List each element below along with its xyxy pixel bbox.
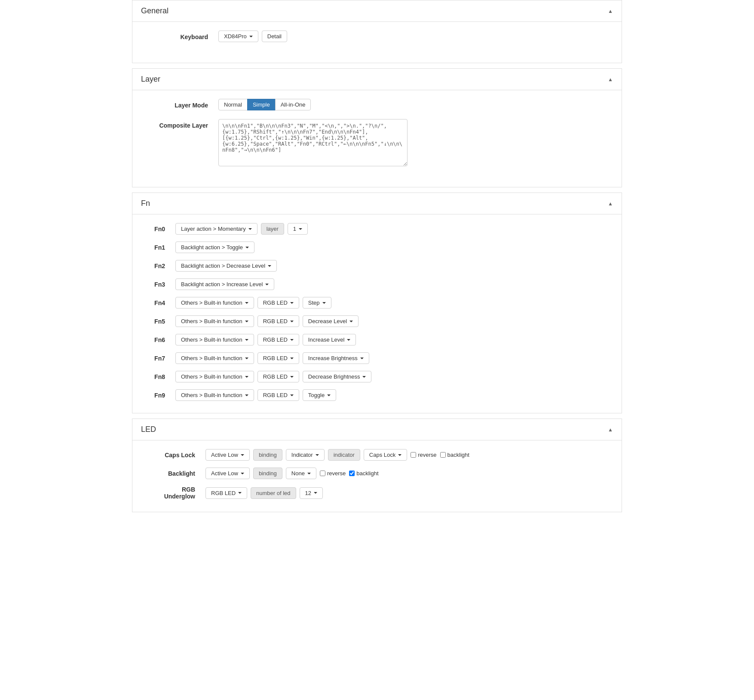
- backlight-binding-value[interactable]: None: [286, 468, 316, 479]
- general-content: Keyboard XD84Pro Detail: [132, 22, 622, 63]
- fn0-action-button[interactable]: Layer action > Momentary: [175, 223, 257, 235]
- fn4-extra2-caret: [322, 302, 326, 304]
- fn8-action-button[interactable]: Others > Built-in function: [175, 371, 254, 382]
- fn4-extra1-button[interactable]: RGB LED: [257, 297, 299, 309]
- fn7-extra1-caret: [290, 358, 294, 359]
- backlight-label: Backlight: [150, 470, 205, 477]
- keyboard-dropdown-button[interactable]: XD84Pro: [218, 31, 258, 42]
- fn2-action-button[interactable]: Backlight action > Decrease Level: [175, 260, 277, 272]
- fn2-action-caret: [268, 265, 271, 267]
- fn0-layer-value[interactable]: 1: [288, 223, 308, 235]
- fn8-extra1-caret: [290, 376, 294, 378]
- fn9-extra1-caret: [290, 394, 294, 396]
- caps-lock-backlight-checkbox[interactable]: [440, 452, 446, 458]
- layer-mode-row: Layer Mode Normal Simple All-in-One: [150, 99, 604, 110]
- layer-mode-normal[interactable]: Normal: [218, 99, 248, 110]
- fn0-label: Fn0: [150, 226, 175, 232]
- fn8-extra2-button[interactable]: Decrease Brightness: [303, 371, 372, 382]
- fn-header: Fn ▲: [132, 193, 622, 214]
- fn3-label: Fn3: [150, 281, 175, 288]
- fn7-extra2-button[interactable]: Increase Brightness: [303, 352, 369, 364]
- fn4-extra1-caret: [290, 302, 294, 304]
- fn3-action-button[interactable]: Backlight action > Increase Level: [175, 278, 274, 290]
- backlight-backlight-group[interactable]: backlight: [349, 470, 378, 477]
- rgb-underglow-type-button[interactable]: RGB LED: [205, 487, 247, 499]
- rgb-underglow-num-value[interactable]: 12: [300, 487, 323, 499]
- fn4-controls: Others > Built-in function RGB LED Step: [175, 297, 331, 309]
- fn9-extra2-button[interactable]: Toggle: [303, 389, 336, 401]
- composite-layer-controls: \n\n\nFn1","B\n\n\nFn3","N","M","<\n,","…: [218, 119, 408, 166]
- caps-lock-type-button[interactable]: Active Low: [205, 449, 250, 461]
- backlight-backlight-label: backlight: [356, 470, 378, 477]
- fn9-action-button[interactable]: Others > Built-in function: [175, 389, 254, 401]
- caps-lock-backlight-group[interactable]: backlight: [440, 452, 469, 458]
- fn0-controls: Layer action > Momentary layer 1: [175, 223, 308, 235]
- fn1-action-button[interactable]: Backlight action > Toggle: [175, 241, 254, 253]
- fn7-controls: Others > Built-in function RGB LED Incre…: [175, 352, 369, 364]
- layer-mode-simple[interactable]: Simple: [247, 99, 276, 110]
- caps-lock-reverse-group[interactable]: reverse: [411, 452, 436, 458]
- caps-lock-reverse-checkbox[interactable]: [411, 452, 416, 458]
- fn7-extra2-caret: [360, 358, 364, 359]
- fn4-extra2-button[interactable]: Step: [303, 297, 331, 309]
- fn-title: Fn: [141, 199, 150, 208]
- backlight-controls: Active Low binding None reverse backligh…: [205, 468, 379, 479]
- fn6-extra2-caret: [347, 339, 350, 341]
- rgb-underglow-num-caret: [314, 492, 317, 494]
- fn5-action-button[interactable]: Others > Built-in function: [175, 315, 254, 327]
- fn0-action-caret: [248, 228, 252, 230]
- caps-lock-controls: Active Low binding Indicator indicator C…: [205, 449, 469, 461]
- fn7-action-button[interactable]: Others > Built-in function: [175, 352, 254, 364]
- fn9-extra1-button[interactable]: RGB LED: [257, 389, 299, 401]
- fn6-row: Fn6 Others > Built-in function RGB LED I…: [150, 334, 604, 345]
- backlight-binding-label: binding: [253, 468, 282, 479]
- led-collapse-icon[interactable]: ▲: [608, 427, 613, 433]
- fn6-action-button[interactable]: Others > Built-in function: [175, 334, 254, 345]
- layer-collapse-icon[interactable]: ▲: [608, 76, 613, 83]
- backlight-reverse-checkbox[interactable]: [320, 471, 325, 476]
- caps-lock-indicator-caret: [398, 454, 402, 456]
- fn6-extra1-caret: [290, 339, 294, 341]
- caps-lock-binding-label: binding: [253, 449, 282, 461]
- fn7-action-caret: [245, 358, 248, 359]
- fn6-controls: Others > Built-in function RGB LED Incre…: [175, 334, 356, 345]
- fn6-extra1-button[interactable]: RGB LED: [257, 334, 299, 345]
- rgb-underglow-label: RGB Underglow: [150, 486, 205, 500]
- backlight-binding-caret: [307, 473, 311, 474]
- fn4-action-button[interactable]: Others > Built-in function: [175, 297, 254, 309]
- caps-lock-backlight-label: backlight: [447, 452, 469, 458]
- fn3-action-caret: [265, 284, 269, 285]
- fn2-row: Fn2 Backlight action > Decrease Level: [150, 260, 604, 272]
- layer-mode-allinone[interactable]: All-in-One: [275, 99, 311, 110]
- detail-button[interactable]: Detail: [262, 31, 287, 42]
- fn8-extra1-button[interactable]: RGB LED: [257, 371, 299, 382]
- keyboard-dropdown-caret: [249, 36, 253, 37]
- keyboard-row: Keyboard XD84Pro Detail: [150, 31, 604, 42]
- caps-lock-reverse-label: reverse: [418, 452, 436, 458]
- general-section: General ▲ Keyboard XD84Pro Detail: [132, 0, 622, 63]
- led-section: LED ▲ Caps Lock Active Low binding Indic…: [132, 419, 622, 512]
- composite-layer-label: Composite Layer: [150, 119, 218, 129]
- fn-collapse-icon[interactable]: ▲: [608, 201, 613, 207]
- fn-content: Fn0 Layer action > Momentary layer 1 Fn1…: [132, 214, 622, 413]
- fn5-extra2-button[interactable]: Decrease Level: [303, 315, 359, 327]
- composite-layer-textarea[interactable]: \n\n\nFn1","B\n\n\nFn3","N","M","<\n,","…: [218, 119, 408, 166]
- fn8-label: Fn8: [150, 373, 175, 380]
- backlight-backlight-checkbox[interactable]: [349, 471, 355, 476]
- backlight-reverse-group[interactable]: reverse: [320, 470, 346, 477]
- fn5-extra1-button[interactable]: RGB LED: [257, 315, 299, 327]
- layer-mode-controls: Normal Simple All-in-One: [218, 99, 311, 110]
- backlight-type-button[interactable]: Active Low: [205, 468, 250, 479]
- fn9-label: Fn9: [150, 392, 175, 399]
- led-content: Caps Lock Active Low binding Indicator i…: [132, 440, 622, 512]
- fn5-extra2-caret: [349, 321, 353, 322]
- fn5-action-caret: [245, 321, 248, 322]
- caps-lock-indicator-value[interactable]: Caps Lock: [364, 449, 407, 461]
- fn6-extra2-button[interactable]: Increase Level: [303, 334, 356, 345]
- layer-title: Layer: [141, 75, 160, 84]
- caps-lock-binding-value[interactable]: Indicator: [286, 449, 325, 461]
- caps-lock-binding-caret: [316, 454, 319, 456]
- general-collapse-icon[interactable]: ▲: [608, 8, 613, 14]
- fn7-extra1-button[interactable]: RGB LED: [257, 352, 299, 364]
- fn4-row: Fn4 Others > Built-in function RGB LED S…: [150, 297, 604, 309]
